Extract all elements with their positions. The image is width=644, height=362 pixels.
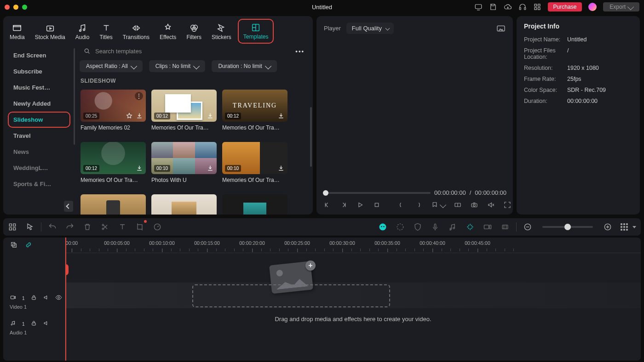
tab-stickers[interactable]: Stickers: [208, 20, 235, 42]
undo-button[interactable]: [48, 222, 57, 232]
mark-in-button[interactable]: [397, 201, 406, 209]
save-icon[interactable]: [489, 3, 497, 11]
stop-button[interactable]: [373, 201, 381, 209]
template-tile[interactable]: 00:10Memories Of Our Tra…: [222, 142, 288, 189]
compare-button[interactable]: [454, 201, 462, 209]
keyframe-panel-icon[interactable]: [483, 222, 492, 232]
favorite-icon[interactable]: [126, 112, 133, 119]
lock-icon[interactable]: [30, 320, 37, 328]
mic-icon[interactable]: [431, 222, 440, 232]
track-header-audio[interactable]: 1 Audio 1: [3, 315, 65, 340]
category-item[interactable]: WeddingL…: [3, 160, 75, 176]
mute-icon[interactable]: [43, 320, 50, 328]
tab-templates[interactable]: Templates: [238, 19, 274, 44]
tab-transitions[interactable]: Transitions: [119, 20, 153, 42]
enhance-icon[interactable]: [466, 222, 475, 232]
clips-filter[interactable]: Clips : No limit: [149, 60, 206, 72]
template-tile[interactable]: [222, 194, 288, 215]
tab-titles[interactable]: Titles: [96, 20, 116, 42]
template-tile[interactable]: 00:12Memories Of Our Tra…: [80, 142, 146, 189]
collapse-sidebar-button[interactable]: [64, 201, 73, 212]
tab-filters[interactable]: Filters: [183, 20, 205, 42]
snapshot-icon[interactable]: [496, 25, 506, 32]
add-media-icon[interactable]: +: [305, 260, 316, 271]
redo-button[interactable]: [65, 222, 75, 232]
tab-effects[interactable]: Effects: [156, 20, 180, 42]
shield-icon[interactable]: [413, 222, 422, 232]
export-button[interactable]: Export: [603, 2, 639, 11]
category-item-selected[interactable]: Slideshow: [8, 112, 70, 128]
template-tile[interactable]: 00:10Photos With U: [151, 142, 217, 189]
marker-button[interactable]: [431, 201, 445, 209]
quality-select[interactable]: Full Quality: [346, 23, 394, 34]
chevron-down-icon[interactable]: [632, 226, 636, 228]
template-tile[interactable]: [151, 194, 217, 215]
template-thumbnail[interactable]: [80, 194, 146, 215]
seekbar-handle[interactable]: [323, 190, 328, 196]
template-tile[interactable]: [80, 194, 146, 215]
template-thumbnail[interactable]: 00:12: [80, 142, 146, 174]
delete-button[interactable]: [83, 222, 92, 232]
download-icon[interactable]: [136, 164, 143, 172]
minimize-window-icon[interactable]: [13, 5, 18, 10]
category-item[interactable]: News: [3, 144, 75, 160]
duration-filter[interactable]: Duration : No limit: [212, 60, 276, 72]
window-controls[interactable]: [5, 5, 27, 10]
crop-button[interactable]: [135, 222, 144, 232]
screen-icon[interactable]: [474, 3, 483, 11]
link-tracks-icon[interactable]: [24, 241, 33, 250]
template-thumbnail[interactable]: [151, 194, 217, 215]
zoom-slider[interactable]: [542, 226, 593, 228]
color-button[interactable]: [396, 222, 405, 232]
prev-frame-button[interactable]: [323, 201, 331, 209]
category-item[interactable]: Newly Added: [3, 96, 75, 112]
template-thumbnail[interactable]: [222, 194, 288, 215]
template-thumbnail[interactable]: 00:25⋮: [80, 90, 146, 122]
download-icon[interactable]: [207, 164, 214, 172]
fullscreen-button[interactable]: [503, 201, 512, 209]
purchase-button[interactable]: Purchase: [548, 2, 582, 11]
cursor-tool-icon[interactable]: [25, 222, 34, 232]
zoom-out-button[interactable]: [523, 222, 532, 232]
track-view-button[interactable]: [621, 223, 628, 231]
category-item[interactable]: End Screen: [3, 47, 75, 63]
aspect-ratio-filter[interactable]: Aspect Ratio : All: [80, 60, 143, 72]
mute-icon[interactable]: [43, 294, 50, 302]
tile-menu-button[interactable]: ⋮: [135, 92, 143, 100]
template-tile[interactable]: 00:12Memories Of Our Tra…: [222, 90, 288, 136]
video-preview[interactable]: [322, 38, 507, 185]
tab-media[interactable]: Media: [6, 20, 29, 42]
playhead-handle[interactable]: [65, 264, 69, 275]
download-icon[interactable]: [136, 112, 143, 119]
playback-seekbar[interactable]: [323, 192, 431, 194]
scrollbar[interactable]: [74, 48, 75, 145]
category-item[interactable]: Travel: [3, 128, 75, 144]
aspect-crop-icon[interactable]: [500, 222, 510, 232]
download-icon[interactable]: [277, 112, 285, 119]
zoom-in-button[interactable]: [603, 222, 612, 232]
template-thumbnail[interactable]: 00:12: [151, 90, 217, 122]
template-thumbnail[interactable]: 00:10: [222, 142, 288, 174]
grid-apps-icon[interactable]: [533, 3, 541, 11]
close-window-icon[interactable]: [5, 5, 10, 10]
template-tile[interactable]: 00:25⋮Family Memories 02: [80, 90, 146, 136]
zoom-slider-handle[interactable]: [564, 224, 571, 230]
category-item[interactable]: Music Fest…: [3, 79, 75, 96]
user-avatar[interactable]: [588, 3, 597, 11]
scrollbar[interactable]: [310, 107, 312, 167]
cloud-download-icon[interactable]: [504, 3, 512, 11]
download-icon[interactable]: [277, 164, 285, 172]
mute-button[interactable]: [487, 201, 495, 209]
camera-button[interactable]: [470, 201, 478, 209]
tab-stock-media[interactable]: Stock Media: [31, 20, 69, 42]
audio-beat-icon[interactable]: [448, 222, 457, 232]
play-button[interactable]: [356, 201, 364, 209]
maximize-window-icon[interactable]: [22, 5, 27, 10]
text-button[interactable]: [118, 222, 127, 232]
category-item[interactable]: Sports & Fi…: [3, 176, 75, 192]
download-icon[interactable]: [207, 112, 214, 119]
mark-out-button[interactable]: [414, 201, 422, 209]
duplicate-track-icon[interactable]: [10, 241, 18, 250]
ai-face-icon[interactable]: [378, 222, 387, 232]
speed-button[interactable]: [153, 222, 162, 232]
